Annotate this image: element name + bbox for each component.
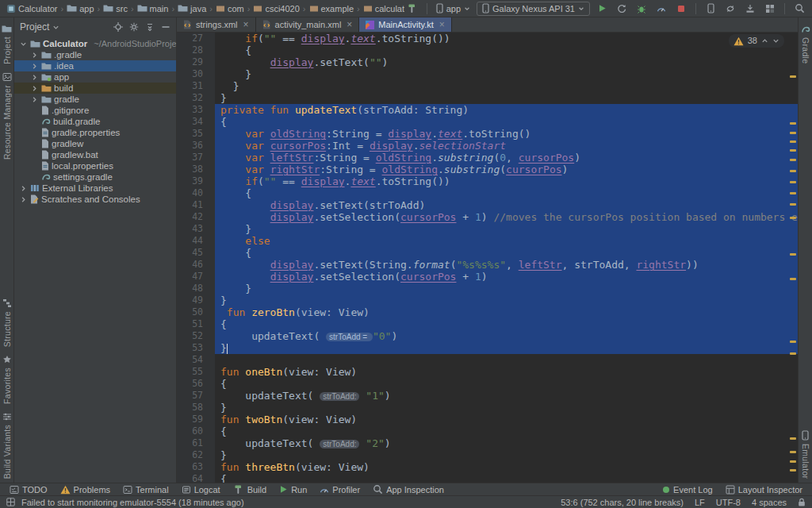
code-line-46[interactable]: 46 display.setText(String.format("%s%s%s… <box>177 259 798 271</box>
toolwindow-button-build[interactable]: Build <box>227 483 273 495</box>
line-number[interactable]: 51 <box>177 318 215 330</box>
line-number[interactable]: 32 <box>177 92 215 104</box>
line-number[interactable]: 39 <box>177 175 215 187</box>
tree-item-settings-gradle[interactable]: settings.gradle <box>14 171 176 183</box>
tree-item-gradlew[interactable]: gradlew <box>14 138 176 149</box>
code-line-43[interactable]: 43 } <box>177 223 798 235</box>
tree-item-gradle[interactable]: .gradle <box>14 49 176 60</box>
code-line-63[interactable]: 63fun threeBtn(view: View) <box>177 461 798 473</box>
stripe-tab-emulator[interactable]: Emulator <box>801 426 810 483</box>
line-number[interactable]: 29 <box>177 56 215 68</box>
code-line-44[interactable]: 44 else <box>177 235 798 247</box>
code-line-41[interactable]: 41 display.setText(strToAdd) <box>177 199 798 211</box>
warning-mark[interactable] <box>790 181 796 183</box>
caret-position[interactable]: 53:6 (752 chars, 20 line breaks) <box>561 498 684 507</box>
gear-icon[interactable] <box>129 22 139 32</box>
code-editor[interactable]: 27 if("" == display.text.toString())28 {… <box>177 33 798 483</box>
line-number[interactable]: 52 <box>177 330 215 342</box>
warning-mark[interactable] <box>790 203 796 206</box>
tree-item-app[interactable]: app <box>14 71 176 83</box>
warning-mark[interactable] <box>790 352 796 355</box>
code-line-58[interactable]: 58} <box>177 402 798 414</box>
code-line-52[interactable]: 52 updateText( strToAdd = "0") <box>177 330 798 342</box>
build-hammer-button[interactable] <box>404 2 420 16</box>
tree-item-build[interactable]: build <box>14 83 176 94</box>
warning-mark[interactable] <box>790 140 796 143</box>
tree-item-idea[interactable]: .idea <box>14 60 176 71</box>
code-line-45[interactable]: 45 { <box>177 247 798 259</box>
stripe-tab-structure[interactable]: Structure <box>2 294 12 351</box>
panel-title[interactable]: Project <box>20 21 49 33</box>
stripe-tab-project[interactable]: Project <box>2 21 12 68</box>
code-line-35[interactable]: 35 var oldString:String = display.text.t… <box>177 128 798 140</box>
tab-strings-xml[interactable]: strings.xml× <box>177 17 256 32</box>
status-message[interactable]: Failed to start monitoring emulator-5554… <box>21 498 244 507</box>
code-line-54[interactable]: 54 <box>177 354 798 366</box>
code-line-42[interactable]: 42 display.setSelection(cursorPos + 1) /… <box>177 211 798 223</box>
warning-mark[interactable] <box>790 75 796 78</box>
line-separator[interactable]: LF <box>695 498 705 507</box>
tree-item-gitignore[interactable]: .gitignore <box>14 105 176 116</box>
toolwindow-button-profiler[interactable]: Profiler <box>313 483 366 495</box>
device-chooser[interactable]: Galaxy Nexus API 31 <box>477 2 590 16</box>
warning-mark[interactable] <box>790 469 796 471</box>
stripe-tab-resource-manager[interactable]: Resource Manager <box>2 68 12 164</box>
line-number[interactable]: 61 <box>177 437 215 449</box>
toolwindow-button-problems[interactable]: Problems <box>54 483 117 495</box>
run-config-chooser[interactable]: app <box>434 2 473 16</box>
toolwindow-button-todo[interactable]: TODO <box>3 483 54 495</box>
prev-highlight-icon[interactable] <box>761 37 768 44</box>
line-number[interactable]: 27 <box>177 33 215 44</box>
sdk-manager-button[interactable] <box>742 2 758 16</box>
toolwindow-button-layout-inspector[interactable]: Layout Inspector <box>719 483 809 495</box>
code-line-50[interactable]: 50 fun zeroBtn(view: View) <box>177 306 798 318</box>
line-number[interactable]: 54 <box>177 354 215 366</box>
line-number[interactable]: 38 <box>177 164 215 175</box>
collapse-all-icon[interactable] <box>145 22 155 32</box>
apply-changes-button[interactable] <box>614 2 630 16</box>
run-button[interactable] <box>594 2 610 16</box>
code-line-40[interactable]: 40 { <box>177 187 798 199</box>
line-number[interactable]: 36 <box>177 140 215 152</box>
line-number[interactable]: 59 <box>177 414 215 425</box>
code-line-33[interactable]: 33private fun updateText(strToAdd: Strin… <box>177 104 798 116</box>
line-number[interactable]: 43 <box>177 223 215 235</box>
line-number[interactable]: 42 <box>177 211 215 223</box>
line-number[interactable]: 63 <box>177 461 215 473</box>
breadcrumb-item-csci4020[interactable]: csci4020 <box>251 4 301 13</box>
line-number[interactable]: 28 <box>177 44 215 56</box>
breadcrumb-item-app[interactable]: app <box>65 4 95 13</box>
line-number[interactable]: 35 <box>177 128 215 140</box>
code-line-53[interactable]: 53} <box>177 342 798 354</box>
breadcrumb-item-java[interactable]: java <box>176 4 208 13</box>
code-line-47[interactable]: 47 display.setSelection(cursorPos + 1) <box>177 271 798 283</box>
device-manager-button[interactable] <box>703 2 718 16</box>
breadcrumb-item-calculator[interactable]: Calculator <box>5 4 59 13</box>
line-number[interactable]: 34 <box>177 116 215 128</box>
tree-item-local-properties[interactable]: local.properties <box>14 160 176 171</box>
toolwindow-button-terminal[interactable]: Terminal <box>117 483 175 495</box>
line-number[interactable]: 60 <box>177 425 215 437</box>
line-number[interactable]: 45 <box>177 247 215 259</box>
code-line-62[interactable]: 62} <box>177 449 798 461</box>
sync-gradle-button[interactable] <box>722 2 738 16</box>
code-line-34[interactable]: 34{ <box>177 116 798 128</box>
error-stripe[interactable] <box>787 33 798 483</box>
indent-setting[interactable]: 4 spaces <box>752 498 787 507</box>
hide-panel-icon[interactable] <box>161 22 170 32</box>
warning-mark[interactable] <box>790 437 796 440</box>
tree-item-gradle[interactable]: gradle <box>14 94 176 105</box>
line-number[interactable]: 33 <box>177 104 215 116</box>
stripe-tab-favorites[interactable]: Favorites <box>2 351 12 408</box>
line-number[interactable]: 46 <box>177 259 215 271</box>
toolwindow-button-app-inspection[interactable]: App Inspection <box>366 483 450 495</box>
line-number[interactable]: 53 <box>177 342 215 354</box>
code-line-55[interactable]: 55fun oneBtn(view: View) <box>177 366 798 378</box>
stop-button[interactable] <box>673 2 689 16</box>
tree-item-gradle-properties[interactable]: gradle.properties <box>14 127 176 138</box>
toolwindow-button-event-log[interactable]: Event Log <box>656 483 719 495</box>
warning-mark[interactable] <box>790 278 796 280</box>
warning-mark[interactable] <box>790 217 796 219</box>
code-line-37[interactable]: 37 var leftStr:String = oldString.substr… <box>177 152 798 164</box>
line-number[interactable]: 31 <box>177 80 215 92</box>
